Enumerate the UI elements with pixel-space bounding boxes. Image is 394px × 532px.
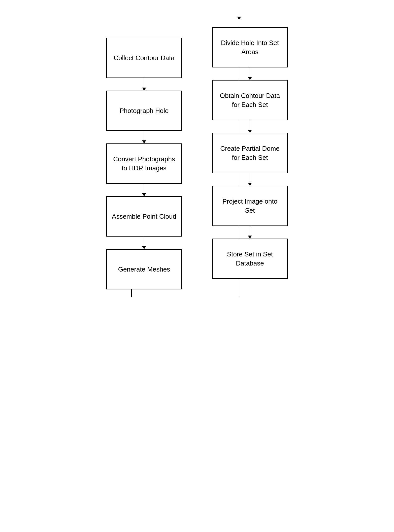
box-project-image-label: Project Image onto Set	[218, 197, 282, 215]
box-assemble-point-cloud: Assemble Point Cloud	[106, 196, 182, 237]
arrow-2	[144, 131, 144, 143]
box-store-set-label: Store Set in Set Database	[218, 250, 282, 268]
arrow-4	[144, 237, 144, 249]
box-convert-photographs-label: Convert Photographs to HDR Images	[112, 155, 176, 173]
box-photograph-hole: Photograph Hole	[106, 91, 182, 131]
box-obtain-contour-label: Obtain Contour Data for Each Set	[218, 91, 282, 109]
arrow-r1	[250, 67, 250, 80]
box-obtain-contour: Obtain Contour Data for Each Set	[212, 80, 288, 120]
box-project-image: Project Image onto Set	[212, 186, 288, 226]
box-generate-meshes-label: Generate Meshes	[118, 265, 170, 274]
box-photograph-hole-label: Photograph Hole	[119, 106, 169, 115]
arrow-r2	[250, 120, 250, 133]
box-collect-contour: Collect Contour Data	[106, 38, 182, 78]
flowchart: Collect Contour Data Photograph Hole Con…	[84, 10, 310, 289]
box-collect-contour-label: Collect Contour Data	[114, 53, 174, 62]
diagram-container: Collect Contour Data Photograph Hole Con…	[84, 10, 310, 523]
box-assemble-point-cloud-label: Assemble Point Cloud	[112, 212, 176, 221]
box-create-partial-dome: Create Partial Dome for Each Set	[212, 133, 288, 173]
box-divide-hole-label: Divide Hole Into Set Areas	[218, 38, 282, 57]
box-create-partial-dome-label: Create Partial Dome for Each Set	[218, 144, 282, 162]
box-convert-photographs: Convert Photographs to HDR Images	[106, 143, 182, 184]
left-column: Collect Contour Data Photograph Hole Con…	[101, 38, 187, 289]
box-generate-meshes: Generate Meshes	[106, 249, 182, 289]
arrow-r3	[250, 173, 250, 186]
arrow-1	[144, 78, 144, 91]
arrow-r4	[250, 226, 250, 239]
right-column: Divide Hole Into Set Areas Obtain Contou…	[207, 18, 293, 289]
arrow-3	[144, 184, 144, 196]
box-divide-hole: Divide Hole Into Set Areas	[212, 27, 288, 67]
box-store-set: Store Set in Set Database	[212, 239, 288, 279]
